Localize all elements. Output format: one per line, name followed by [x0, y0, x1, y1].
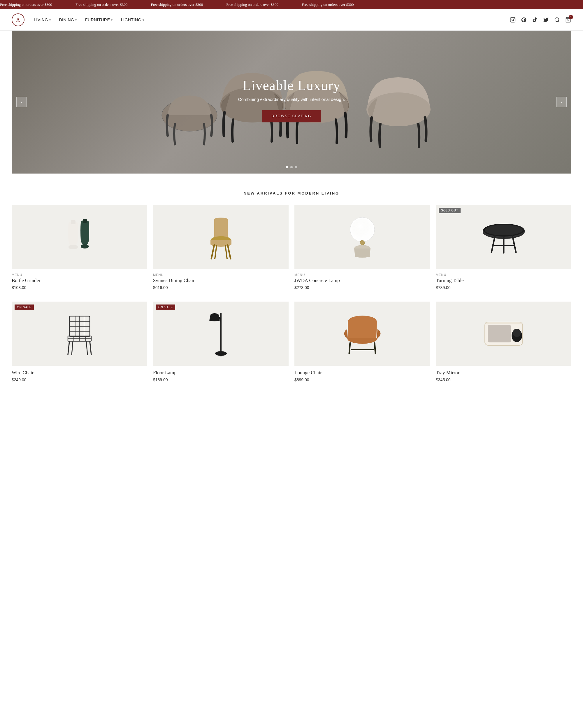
product-brand-synnes-chair: MENU	[153, 273, 288, 277]
browse-seating-button[interactable]: BROWSE SEATING	[262, 110, 321, 122]
product-name-lounge-chair: Lounge Chair	[295, 370, 430, 376]
svg-rect-15	[83, 219, 87, 223]
svg-rect-12	[71, 220, 76, 224]
svg-point-24	[351, 218, 373, 241]
tiktok-icon[interactable]	[532, 17, 538, 23]
banner-text-4: Free shipping on orders over $300	[226, 2, 278, 7]
svg-line-19	[215, 245, 217, 259]
section-title: NEW ARRIVALS FOR MODERN LIVING	[0, 191, 583, 196]
product-card-floor-lamp[interactable]: ON SALE Floor Lamp $189.00	[153, 302, 288, 382]
product-image-tray-mirror	[436, 302, 571, 366]
product-card-turning-table[interactable]: SOLD OUT MENU Turning T	[436, 205, 571, 290]
svg-line-48	[86, 341, 87, 355]
product-card-synnes-chair[interactable]: MENU Synnes Dining Chair $616.00	[153, 205, 288, 290]
product-price-synnes-chair: $616.00	[153, 285, 288, 290]
product-image-jwda-lamp	[295, 205, 430, 269]
chevron-down-icon: ▾	[49, 18, 51, 22]
svg-line-18	[228, 245, 230, 259]
product-image-lounge-chair	[295, 302, 430, 366]
banner-text-5: Free shipping on orders over $300	[302, 2, 354, 7]
svg-point-57	[513, 329, 521, 337]
svg-rect-55	[488, 325, 511, 342]
product-price-tray-mirror: $345.00	[436, 378, 571, 382]
product-price-lounge-chair: $899.00	[295, 378, 430, 382]
product-card-jwda-lamp[interactable]: MENU JWDA Concrete Lamp $273.00	[295, 205, 430, 290]
banner-text-2: Free shipping on orders over $300	[76, 2, 128, 7]
products-grid-row2: ON SALE	[0, 302, 583, 394]
nav-icons: 1	[509, 17, 571, 23]
product-name-floor-lamp: Floor Lamp	[153, 370, 288, 376]
product-image-synnes-chair	[153, 205, 288, 269]
top-banner: Free shipping on orders over $300 Free s…	[0, 0, 583, 9]
svg-point-2	[514, 18, 515, 19]
svg-line-45	[68, 341, 70, 355]
svg-point-9	[366, 93, 431, 126]
product-brand-bottle-grinder: MENU	[12, 273, 147, 277]
chevron-down-icon: ▾	[75, 18, 77, 22]
svg-point-23	[360, 240, 365, 245]
nav-item-furniture[interactable]: FURNITURE ▾	[85, 18, 113, 22]
on-sale-badge-wire-chair: ON SALE	[15, 305, 34, 310]
svg-rect-58	[485, 322, 523, 324]
navbar: A LIVING ▾ DINING ▾ FURNITURE ▾ LIGHTING…	[0, 9, 583, 31]
product-name-wire-chair: Wire Chair	[12, 370, 147, 376]
banner-text-1: Free shipping on orders over $300	[0, 2, 52, 7]
pinterest-icon[interactable]	[521, 17, 527, 23]
hero-title: Liveable Luxury	[238, 77, 345, 93]
product-card-bottle-grinder[interactable]: MENU Bottle Grinder $103.00	[12, 205, 147, 290]
product-name-turning-table: Turning Table	[436, 278, 571, 284]
new-arrivals-section: NEW ARRIVALS FOR MODERN LIVING	[0, 174, 583, 205]
product-image-bottle-grinder	[12, 205, 147, 269]
hero-next-arrow[interactable]: ›	[556, 97, 567, 107]
nav-item-living[interactable]: LIVING ▾	[34, 18, 51, 22]
svg-point-3	[555, 18, 559, 22]
product-brand-turning-table: MENU	[436, 273, 571, 277]
hero-banner: Liveable Luxury Combining extraordinary …	[12, 31, 571, 174]
chevron-down-icon: ▾	[111, 18, 113, 22]
hero-text: Liveable Luxury Combining extraordinary …	[238, 77, 345, 122]
product-price-turning-table: $789.00	[436, 285, 571, 290]
search-icon[interactable]	[554, 17, 560, 23]
svg-line-46	[90, 341, 91, 355]
hero-prev-arrow[interactable]: ‹	[16, 97, 27, 107]
svg-line-29	[492, 236, 495, 252]
dot-2[interactable]	[290, 166, 293, 168]
cart-icon[interactable]: 1	[565, 17, 571, 23]
banner-text-3: Free shipping on orders over $300	[151, 2, 203, 7]
dot-1[interactable]	[286, 166, 288, 168]
product-name-tray-mirror: Tray Mirror	[436, 370, 571, 376]
svg-point-1	[512, 19, 514, 21]
products-grid-row1: MENU Bottle Grinder $103.00	[0, 205, 583, 302]
product-brand-jwda-lamp: MENU	[295, 273, 430, 277]
sold-out-badge: SOLD OUT	[439, 208, 461, 213]
product-image-wire-chair: ON SALE	[12, 302, 147, 366]
dot-3[interactable]	[295, 166, 297, 168]
product-image-turning-table: SOLD OUT	[436, 205, 571, 269]
instagram-icon[interactable]	[509, 17, 516, 23]
product-card-tray-mirror[interactable]: Tray Mirror $345.00	[436, 302, 571, 382]
nav-links: LIVING ▾ DINING ▾ FURNITURE ▾ LIGHTING ▾	[34, 18, 509, 22]
on-sale-badge-floor-lamp: ON SALE	[156, 305, 175, 310]
product-price-floor-lamp: $189.00	[153, 378, 288, 382]
svg-line-4	[558, 21, 559, 22]
product-price-wire-chair: $249.00	[12, 378, 147, 382]
svg-line-17	[211, 245, 214, 259]
nav-item-dining[interactable]: DINING ▾	[59, 18, 77, 22]
product-name-synnes-chair: Synnes Dining Chair	[153, 278, 288, 284]
product-image-floor-lamp: ON SALE	[153, 302, 288, 366]
svg-point-11	[68, 245, 78, 250]
cart-badge: 1	[569, 15, 573, 19]
chevron-down-icon: ▾	[142, 18, 144, 22]
svg-point-28	[485, 225, 523, 235]
svg-line-47	[72, 341, 73, 355]
svg-point-14	[81, 244, 89, 249]
logo[interactable]: A	[12, 14, 25, 26]
product-price-jwda-lamp: $273.00	[295, 285, 430, 290]
svg-line-20	[225, 245, 227, 259]
hero-subtitle: Combining extraordinary quality with int…	[238, 97, 345, 102]
product-name-jwda-lamp: JWDA Concrete Lamp	[295, 278, 430, 284]
nav-item-lighting[interactable]: LIGHTING ▾	[121, 18, 144, 22]
twitter-icon[interactable]	[543, 17, 549, 23]
product-card-wire-chair[interactable]: ON SALE	[12, 302, 147, 382]
product-card-lounge-chair[interactable]: Lounge Chair $899.00	[295, 302, 430, 382]
